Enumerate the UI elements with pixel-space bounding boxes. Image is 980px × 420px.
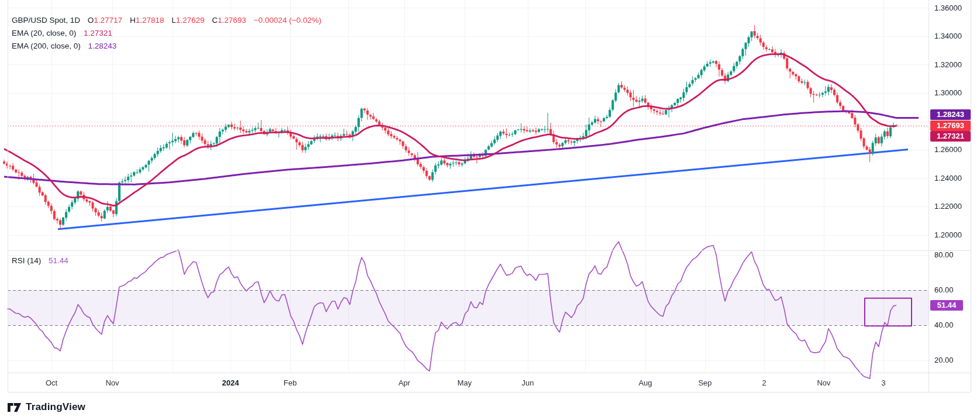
time-axis-label: Nov	[105, 378, 119, 387]
time-axis-label: Nov	[817, 378, 830, 387]
price-axis-label: 1.20000	[934, 230, 962, 240]
ema20-value: 1.27321	[84, 29, 112, 37]
ema200-price-badge: 1.28243	[930, 109, 971, 120]
rsi-axis-label: 80.00	[934, 250, 954, 260]
low-label: L	[171, 16, 176, 25]
last-price-badge: 1.27693	[930, 121, 971, 131]
time-axis-label: Aug	[638, 378, 652, 387]
time-axis-label: Jun	[522, 378, 534, 387]
time-axis-label: Feb	[284, 378, 297, 387]
price-axis-label: 1.26000	[934, 145, 962, 154]
price-axis-label: 1.24000	[934, 174, 962, 183]
time-axis-label: Oct	[46, 378, 57, 387]
time-axis-label: May	[458, 378, 472, 387]
open-label: O	[88, 16, 94, 25]
rsi-label: RSI (14)	[12, 256, 41, 265]
close-label: C	[212, 16, 218, 25]
high-label: H	[130, 16, 136, 25]
open-value: 1.27717	[94, 16, 122, 25]
chart-widget: GBP/USD Spot, 1D O1.27717 H1.27818 L1.27…	[0, 0, 980, 420]
tradingview-brand-text: TradingView	[26, 401, 85, 413]
tradingview-logo[interactable]: TradingView	[8, 399, 85, 415]
time-axis-label: Apr	[398, 378, 410, 387]
ema200-label: EMA (200, close, 0)	[12, 42, 81, 50]
close-value: 1.27693	[218, 16, 246, 25]
low-value: 1.27629	[176, 16, 205, 25]
time-axis-label: Sep	[698, 378, 711, 387]
rsi-value-badge: 51.44	[930, 300, 963, 311]
price-axis-label: 1.34000	[934, 32, 962, 41]
chart-canvas[interactable]	[0, 0, 980, 420]
ema20-legend-row[interactable]: EMA (20, close, 0) 1.27321	[12, 29, 112, 37]
price-axis-label: 1.36000	[934, 4, 962, 13]
price-axis-label: 1.30000	[934, 88, 962, 98]
price-axis-label: 1.22000	[934, 202, 962, 211]
time-axis-label: 3	[881, 378, 885, 387]
ema200-value: 1.28243	[88, 42, 117, 50]
rsi-axis-label: 20.00	[934, 356, 954, 365]
rsi-value: 51.44	[49, 256, 68, 265]
tradingview-logo-icon	[8, 403, 21, 412]
rsi-legend-row[interactable]: RSI (14) 51.44	[12, 256, 68, 265]
price-axis-label: 1.32000	[934, 60, 962, 70]
symbol-legend-row[interactable]: GBP/USD Spot, 1D O1.27717 H1.27818 L1.27…	[12, 16, 321, 25]
change-value: −0.00024 (−0.02%)	[254, 16, 322, 25]
symbol-title: GBP/USD Spot, 1D	[12, 16, 80, 25]
ema20-price-badge: 1.27321	[930, 131, 971, 142]
ema200-legend-row[interactable]: EMA (200, close, 0) 1.28243	[12, 42, 116, 50]
rsi-axis-label: 40.00	[934, 321, 954, 330]
time-axis-label: 2024	[222, 378, 239, 387]
rsi-axis-label: 60.00	[934, 285, 954, 295]
ema20-label: EMA (20, close, 0)	[12, 29, 76, 37]
time-axis-label: 2	[762, 378, 766, 387]
high-value: 1.27818	[136, 16, 164, 25]
